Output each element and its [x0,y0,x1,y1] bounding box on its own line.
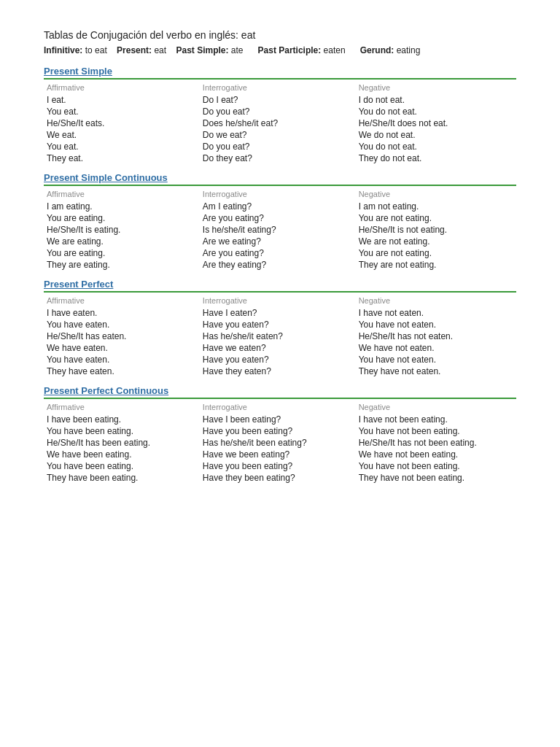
gerund-label: Gerund: [360,45,394,55]
gerund-value: eating [397,45,421,55]
table-cell: They have eaten. [44,365,200,378]
tense-table-present-perfect: AffirmativeInterrogativeNegativeI have e… [44,295,516,378]
table-cell: He/She/It has been eating. [44,437,200,449]
table-row: I eat.Do I eat?I do not eat. [44,94,516,106]
table-cell: Have we eaten? [200,342,356,354]
table-cell: Are they eating? [200,259,356,271]
table-cell: You eat. [44,106,200,117]
table-cell: He/She/It has not been eating. [356,437,516,449]
section-title-present-perfect-continuous: Present Perfect Continuous [44,385,516,399]
table-cell: You are not eating. [356,212,516,224]
table-cell: I have been eating. [44,414,200,425]
col-header-1: Interrogative [200,189,356,201]
table-cell: They do not eat. [356,152,516,165]
table-cell: Have they eaten? [200,365,356,378]
section-present-simple-continuous: Present Simple ContinuousAffirmativeInte… [44,172,516,271]
table-cell: Are you eating? [200,247,356,259]
table-cell: We have not been eating. [356,449,516,460]
past-simple-label: Past Simple: [176,45,228,55]
tense-table-present-simple-continuous: AffirmativeInterrogativeNegativeI am eat… [44,189,516,271]
table-row: We are eating.Are we eating?We are not e… [44,236,516,247]
table-row: You eat.Do you eat?You do not eat. [44,106,516,117]
page-title: Tablas de Conjugación del verbo en inglé… [44,29,516,41]
table-cell: We do not eat. [356,129,516,141]
tense-table-present-perfect-continuous: AffirmativeInterrogativeNegativeI have b… [44,402,516,484]
past-participle-value: eaten [324,45,346,55]
table-row: He/She/It has been eating.Has he/she/it … [44,437,516,449]
table-cell: They are eating. [44,259,200,271]
table-row: You have been eating.Have you been eatin… [44,460,516,472]
table-cell: Do you eat? [200,141,356,152]
table-row: They have eaten.Have they eaten?They hav… [44,365,516,378]
table-cell: Does he/she/it eat? [200,117,356,129]
table-cell: You have not eaten. [356,319,516,330]
table-cell: We eat. [44,129,200,141]
col-header-2: Negative [356,82,516,94]
table-cell: We are not eating. [356,236,516,247]
table-row: He/She/It has eaten.Has he/she/it eaten?… [44,330,516,342]
table-row: You have eaten.Have you eaten?You have n… [44,354,516,365]
table-cell: They have not eaten. [356,365,516,378]
tense-table-present-simple: AffirmativeInterrogativeNegativeI eat.Do… [44,82,516,165]
section-title-present-simple-continuous: Present Simple Continuous [44,172,516,186]
table-cell: You have not been eating. [356,425,516,437]
table-row: You are eating.Are you eating?You are no… [44,247,516,259]
table-cell: Have you been eating? [200,425,356,437]
table-cell: You are not eating. [356,247,516,259]
table-cell: He/She/It has eaten. [44,330,200,342]
table-cell: They are not eating. [356,259,516,271]
table-cell: I eat. [44,94,200,106]
table-row: They are eating.Are they eating?They are… [44,259,516,271]
table-cell: Am I eating? [200,201,356,212]
table-cell: We are eating. [44,236,200,247]
table-cell: We have not eaten. [356,342,516,354]
table-cell: We have been eating. [44,449,200,460]
table-cell: You have been eating. [44,460,200,472]
col-header-2: Negative [356,295,516,307]
table-cell: Have I eaten? [200,307,356,319]
past-participle-label: Past Participle: [258,45,322,55]
col-header-0: Affirmative [44,82,200,94]
table-cell: You have eaten. [44,319,200,330]
section-present-simple: Present SimpleAffirmativeInterrogativeNe… [44,66,516,165]
col-header-2: Negative [356,402,516,414]
col-header-0: Affirmative [44,402,200,414]
col-header-2: Negative [356,189,516,201]
table-cell: Have we been eating? [200,449,356,460]
table-row: He/She/It is eating.Is he/she/it eating?… [44,224,516,236]
table-cell: He/She/It eats. [44,117,200,129]
table-cell: You have been eating. [44,425,200,437]
col-header-0: Affirmative [44,295,200,307]
table-cell: Are we eating? [200,236,356,247]
table-row: You have been eating.Have you been eatin… [44,425,516,437]
section-present-perfect-continuous: Present Perfect ContinuousAffirmativeInt… [44,385,516,484]
section-present-perfect: Present PerfectAffirmativeInterrogativeN… [44,279,516,378]
table-row: They eat.Do they eat?They do not eat. [44,152,516,165]
table-row: We eat.Do we eat?We do not eat. [44,129,516,141]
table-row: You are eating.Are you eating?You are no… [44,212,516,224]
table-cell: Have you been eating? [200,460,356,472]
present-value: eat [154,45,166,55]
table-cell: I have eaten. [44,307,200,319]
table-row: I have been eating.Have I been eating?I … [44,414,516,425]
table-cell: You have not eaten. [356,354,516,365]
table-row: We have been eating.Have we been eating?… [44,449,516,460]
table-row: I am eating.Am I eating?I am not eating. [44,201,516,212]
table-cell: You are eating. [44,212,200,224]
col-header-1: Interrogative [200,402,356,414]
forms-line: Infinitive: to eat Present: eat Past Sim… [44,45,516,55]
table-row: You have eaten.Have you eaten?You have n… [44,319,516,330]
table-row: We have eaten.Have we eaten?We have not … [44,342,516,354]
table-cell: Have you eaten? [200,354,356,365]
table-row: I have eaten.Have I eaten?I have not eat… [44,307,516,319]
sections-container: Present SimpleAffirmativeInterrogativeNe… [44,66,516,484]
table-cell: You have eaten. [44,354,200,365]
table-cell: Has he/she/it been eating? [200,437,356,449]
table-cell: I do not eat. [356,94,516,106]
table-cell: I am not eating. [356,201,516,212]
table-cell: I have not eaten. [356,307,516,319]
section-title-present-perfect: Present Perfect [44,279,516,293]
table-cell: He/She/It does not eat. [356,117,516,129]
table-cell: Do we eat? [200,129,356,141]
table-cell: You are eating. [44,247,200,259]
